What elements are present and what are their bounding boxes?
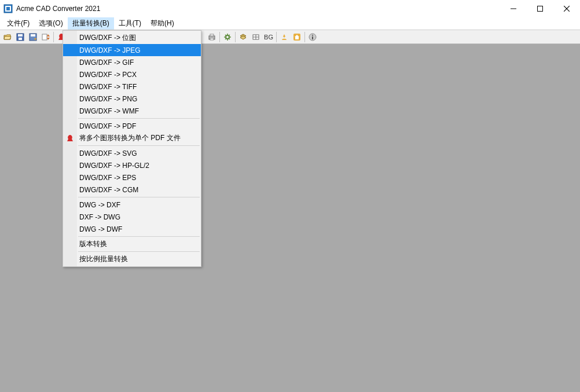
bg-button[interactable]: BG	[262, 31, 275, 43]
dropdown-separator	[78, 145, 200, 146]
view-icon[interactable]	[249, 31, 262, 43]
dropdown-separator	[78, 236, 200, 237]
dropdown-item[interactable]: DWG/DXF -> CGM	[63, 184, 201, 196]
dropdown-item[interactable]: 版本转换	[63, 238, 201, 250]
dropdown-item[interactable]: DWG/DXF -> JPEG	[63, 44, 201, 56]
save-as-icon[interactable]	[27, 31, 39, 43]
svg-rect-11	[31, 34, 35, 36]
dropdown-item[interactable]: DWG/DXF -> WMF	[63, 105, 201, 117]
menu-tools[interactable]: 工具(T)	[114, 17, 146, 30]
app-icon	[3, 4, 13, 13]
dropdown-item-label: DWG/DXF -> EPS	[79, 174, 136, 182]
bg-label: BG	[262, 34, 275, 41]
dropdown-item-label: DWG/DXF -> JPEG	[79, 46, 141, 54]
user-icon[interactable]	[278, 31, 291, 43]
dropdown-item-label: DWG/DXF -> WMF	[79, 107, 139, 115]
open-icon[interactable]	[1, 31, 14, 43]
dropdown-item[interactable]: DWG -> DWF	[63, 223, 201, 235]
dropdown-item-label: DWG/DXF -> TIFF	[79, 83, 137, 91]
dropdown-item[interactable]: DWG -> DXF	[63, 199, 201, 211]
svg-rect-9	[19, 38, 22, 40]
dropdown-item-label: DXF -> DWG	[79, 213, 120, 221]
dropdown-item-label: 版本转换	[79, 239, 107, 249]
pdf-icon	[65, 134, 75, 143]
toolbar-separator	[276, 32, 277, 42]
home-icon[interactable]	[291, 31, 303, 43]
svg-rect-15	[210, 38, 214, 40]
dropdown-item-label: DWG/DXF -> SVG	[79, 149, 137, 157]
layers-icon[interactable]	[237, 31, 249, 43]
menu-batch-convert[interactable]: 批量转换(B)	[68, 17, 114, 30]
dropdown-item-label: DWG/DXF -> PCX	[79, 71, 137, 79]
menu-help[interactable]: 帮助(H)	[146, 17, 179, 30]
print-icon[interactable]	[205, 31, 218, 43]
maximize-button[interactable]	[527, 0, 553, 17]
dropdown-item-label: DWG/DXF -> 位图	[79, 33, 136, 43]
dropdown-item[interactable]: DWG/DXF -> SVG	[63, 147, 201, 159]
dropdown-separator	[78, 197, 200, 197]
dropdown-item[interactable]: DWG/DXF -> HP-GL/2	[63, 159, 201, 171]
window-controls	[500, 0, 580, 17]
svg-rect-8	[18, 34, 23, 36]
dropdown-item[interactable]: 将多个图形转换为单个 PDF 文件	[63, 132, 201, 144]
save-icon[interactable]	[14, 31, 27, 43]
dropdown-item-label: DWG/DXF -> CGM	[79, 186, 138, 194]
dropdown-item-label: DWG/DXF -> PNG	[79, 95, 137, 103]
svg-rect-2	[6, 7, 10, 10]
menu-options[interactable]: 选项(O)	[34, 17, 67, 30]
dropdown-item-label: 将多个图形转换为单个 PDF 文件	[79, 133, 181, 143]
dropdown-item[interactable]: DWG/DXF -> TIFF	[63, 80, 201, 93]
menu-file[interactable]: 文件(F)	[2, 17, 34, 30]
svg-rect-12	[42, 34, 47, 40]
svg-point-16	[226, 35, 229, 39]
close-button[interactable]	[553, 0, 580, 17]
dropdown-separator	[78, 118, 200, 119]
svg-rect-23	[312, 36, 313, 39]
dropdown-item[interactable]: DWG/DXF -> 位图	[63, 32, 201, 44]
dropdown-batch-convert: DWG/DXF -> 位图DWG/DXF -> JPEGDWG/DXF -> G…	[63, 30, 201, 267]
export-icon[interactable]	[39, 31, 52, 43]
dropdown-item-label: DWG/DXF -> PDF	[79, 122, 136, 130]
dropdown-item[interactable]: DWG/DXF -> PCX	[63, 68, 201, 80]
dropdown-item-label: 按比例批量转换	[79, 254, 128, 264]
minimize-button[interactable]	[500, 0, 527, 17]
settings-icon[interactable]	[221, 31, 234, 43]
toolbar-separator	[235, 32, 236, 42]
toolbar-separator	[304, 32, 305, 42]
dropdown-item[interactable]: DWG/DXF -> PNG	[63, 93, 201, 105]
dropdown-item[interactable]: DWG/DXF -> PDF	[63, 120, 201, 132]
svg-rect-4	[538, 6, 543, 12]
dropdown-item[interactable]: DWG/DXF -> GIF	[63, 56, 201, 68]
svg-rect-14	[210, 34, 214, 36]
window-title: Acme CAD Converter 2021	[16, 5, 500, 13]
menubar: 文件(F) 选项(O) 批量转换(B) 工具(T) 帮助(H)	[0, 17, 580, 30]
dropdown-item-label: DWG -> DWF	[79, 225, 122, 233]
dropdown-item[interactable]: DXF -> DWG	[63, 211, 201, 223]
dropdown-item-label: DWG/DXF -> GIF	[79, 58, 134, 67]
svg-point-22	[312, 35, 313, 36]
titlebar: Acme CAD Converter 2021	[0, 0, 580, 17]
toolbar-separator	[53, 32, 54, 42]
info-icon[interactable]	[306, 31, 319, 43]
dropdown-item-label: DWG/DXF -> HP-GL/2	[79, 162, 149, 170]
dropdown-item[interactable]: DWG/DXF -> EPS	[63, 171, 201, 184]
dropdown-item-label: DWG -> DXF	[79, 201, 120, 209]
dropdown-separator	[78, 251, 200, 252]
toolbar-separator	[219, 32, 220, 42]
dropdown-item[interactable]: 按比例批量转换	[63, 253, 201, 265]
